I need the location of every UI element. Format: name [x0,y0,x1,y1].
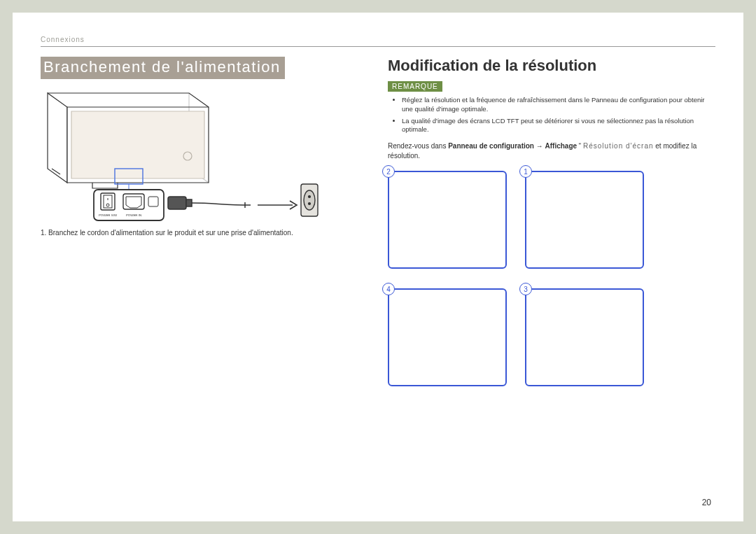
box-number-4: 4 [382,283,395,295]
svg-rect-10 [168,197,186,209]
screenshot-box-2: 2 [388,171,507,269]
power-diagram-svg: POWER S/W POWER IN [41,86,321,223]
power-connection-diagram: POWER S/W POWER IN [41,86,321,223]
screenshot-box-1: 1 [525,171,644,269]
remark-badge: REMARQUE [388,81,442,92]
page-number: 20 [702,498,711,507]
screenshot-box-3: 3 [525,288,644,386]
screenshot-box-4: 4 [388,288,507,386]
instr-bold-display: Affichage [545,142,578,150]
svg-point-14 [304,190,315,210]
screenshot-grid: 2 1 4 3 [388,171,715,386]
svg-rect-11 [186,199,192,206]
heading-resolution: Modification de la résolution [388,57,715,75]
port-label-inlet: POWER IN [126,213,141,217]
instr-bold-panel: Panneau de configuration [448,142,534,150]
svg-point-16 [309,203,311,205]
two-column-layout: Branchement de l'alimentation [41,57,715,386]
step-1-text: 1. Branchez le cordon d'alimentation sur… [41,228,363,238]
instr-pre: Rendez-vous dans [388,142,448,150]
box-number-3: 3 [519,283,532,295]
svg-rect-9 [148,197,158,206]
box-number-2: 2 [382,165,395,178]
heading-power-connection: Branchement de l'alimentation [41,57,285,79]
document-page: Connexions Branchement de l'alimentation [13,13,743,521]
section-header: Connexions [41,36,85,43]
remark-bullet-1: Réglez la résolution et la fréquence de … [402,96,715,114]
instr-arrow: → [534,142,545,150]
remark-bullet-list: Réglez la résolution et la fréquence de … [388,96,715,134]
header-rule: Connexions [41,32,715,47]
right-column: Modification de la résolution REMARQUE R… [388,57,715,386]
instr-quote: “ [577,142,583,150]
box-number-1: 1 [519,165,532,178]
svg-point-15 [309,196,311,198]
port-label-switch: POWER S/W [99,213,118,217]
svg-rect-5 [104,195,112,208]
left-column: Branchement de l'alimentation [41,57,363,386]
instr-spaced: Résolution d'écran [583,142,654,150]
remark-bullet-2: La qualité d'image des écrans LCD TFT pe… [402,117,715,135]
instruction-text: Rendez-vous dans Panneau de configuratio… [388,141,715,161]
